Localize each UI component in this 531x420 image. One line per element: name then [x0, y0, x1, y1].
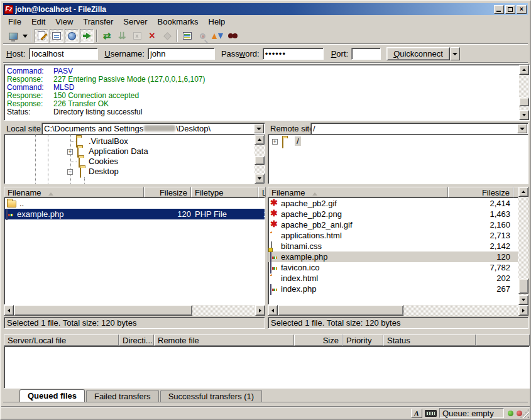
collapse-minus-icon[interactable]: −: [67, 169, 73, 175]
folder-icon: [7, 201, 16, 207]
host-input[interactable]: [29, 48, 98, 60]
disconnect-icon[interactable]: ×: [145, 29, 159, 43]
local-site-label: Local site:: [6, 123, 43, 134]
filter-icon[interactable]: [180, 29, 194, 43]
scroll-thumb[interactable]: [14, 305, 192, 316]
close-button[interactable]: ×: [517, 5, 527, 14]
remote-tree: + /: [268, 134, 528, 184]
list-item-selected[interactable]: example.php 120: [268, 251, 518, 262]
local-column-filetype[interactable]: Filetype: [191, 187, 258, 197]
port-input[interactable]: [351, 48, 381, 60]
remote-column-filesize[interactable]: Filesize: [448, 187, 513, 197]
expand-plus-icon[interactable]: +: [67, 149, 73, 155]
transfer-queue-list[interactable]: [4, 346, 530, 389]
list-item[interactable]: index.php 267: [268, 284, 518, 294]
queue-column-status[interactable]: Status: [383, 334, 476, 346]
password-input[interactable]: [263, 48, 324, 60]
log-scrollbar[interactable]: [519, 65, 529, 120]
queue-column-server-local-file[interactable]: Server/Local file: [4, 334, 119, 346]
toggle-remote-tree-icon[interactable]: [65, 29, 79, 43]
list-item[interactable]: ✱ apache_pb2_ani.gif 2,160: [268, 219, 518, 230]
scroll-right-icon[interactable]: [518, 305, 528, 316]
synchronized-browsing-icon[interactable]: [211, 29, 224, 43]
tree-item-cookies[interactable]: Cookies: [89, 157, 118, 166]
scroll-up-icon[interactable]: [519, 65, 529, 75]
tree-item-application-data[interactable]: Application Data: [89, 146, 148, 156]
menu-server[interactable]: Server: [118, 16, 152, 28]
remote-site-dropdown-icon[interactable]: [517, 124, 527, 133]
scroll-thumb[interactable]: [519, 97, 529, 106]
quickconnect-button[interactable]: Quickconnect: [386, 47, 450, 60]
local-column-filesize[interactable]: Filesize: [144, 187, 191, 197]
cancel-icon[interactable]: x: [130, 29, 144, 43]
title-bar[interactable]: Fz john@localhost - FileZilla ×: [3, 3, 528, 15]
scroll-left-icon[interactable]: [4, 305, 14, 316]
ascii-datatype-icon[interactable]: A: [411, 409, 422, 418]
list-item[interactable]: bitnami.css 2,142: [268, 241, 518, 251]
scroll-right-icon[interactable]: [255, 305, 265, 316]
process-queue-icon[interactable]: ⇊: [115, 29, 129, 43]
site-manager-dropdown-icon[interactable]: [21, 29, 29, 43]
compare-icon[interactable]: [195, 29, 209, 43]
scroll-down-icon[interactable]: [255, 174, 265, 184]
tree-item-root[interactable]: /: [295, 136, 301, 146]
filezilla-window: Fz john@localhost - FileZilla × File Edi…: [0, 0, 531, 420]
tree-item-virtualbox[interactable]: .VirtualBox: [89, 136, 128, 146]
tab-failed-transfers[interactable]: Failed transfers: [86, 390, 159, 402]
list-item[interactable]: index.html 202: [268, 273, 518, 284]
minimize-button[interactable]: [494, 5, 504, 14]
local-tree-scrollbar[interactable]: [255, 135, 265, 184]
scroll-left-icon[interactable]: [268, 305, 278, 316]
secure-connection-led-icon: [508, 411, 513, 416]
queue-column-size[interactable]: Size: [294, 334, 342, 346]
toggle-local-tree-icon[interactable]: [50, 29, 63, 43]
scroll-thumb[interactable]: [278, 305, 403, 316]
site-manager-icon[interactable]: [6, 29, 20, 43]
menu-help[interactable]: Help: [204, 16, 231, 28]
list-item[interactable]: ✱ apache_pb2.png 1,463: [268, 209, 518, 219]
local-column-lastmodified[interactable]: L: [258, 187, 266, 197]
expand-plus-icon[interactable]: +: [272, 139, 278, 145]
local-hscrollbar[interactable]: [4, 305, 265, 316]
tab-queued-files[interactable]: Queued files: [19, 389, 85, 402]
maximize-button[interactable]: [505, 5, 515, 14]
message-log: Command:PASV Response:227 Entering Passi…: [4, 64, 530, 121]
scroll-thumb[interactable]: [255, 156, 265, 165]
toggle-log-icon[interactable]: [35, 29, 48, 43]
quickconnect-dropdown-icon[interactable]: [451, 47, 460, 60]
queue-column-remote-file[interactable]: Remote file: [154, 334, 294, 346]
local-site-dropdown-icon[interactable]: [254, 124, 264, 133]
menu-bookmarks[interactable]: Bookmarks: [153, 16, 204, 28]
scroll-down-icon[interactable]: [518, 295, 528, 305]
refresh-icon[interactable]: ⇄: [100, 29, 114, 43]
queue-column-direction[interactable]: Directi...: [119, 334, 154, 346]
list-item[interactable]: favicon.ico 7,782: [268, 262, 518, 273]
menu-edit[interactable]: Edit: [26, 16, 50, 28]
toggle-queue-icon[interactable]: [80, 29, 94, 43]
reconnect-icon[interactable]: [160, 29, 174, 43]
scroll-down-icon[interactable]: [519, 110, 529, 120]
menu-file[interactable]: File: [3, 16, 26, 28]
tab-successful-transfers[interactable]: Successful transfers (1): [160, 390, 263, 402]
local-column-filename[interactable]: Filename: [4, 187, 144, 197]
speed-limit-icon[interactable]: [425, 410, 437, 417]
local-site-combo[interactable]: C:\Documents and Settings\Desktop\: [41, 123, 265, 135]
scroll-up-icon[interactable]: [518, 187, 528, 197]
queue-column-priority[interactable]: Priority: [342, 334, 383, 346]
remote-list-scrollbar[interactable]: [518, 187, 528, 305]
menu-transfer[interactable]: Transfer: [78, 16, 118, 28]
remote-hscrollbar[interactable]: [268, 305, 528, 316]
scroll-thumb[interactable]: [518, 279, 528, 294]
find-icon[interactable]: [226, 29, 239, 43]
scroll-up-icon[interactable]: [255, 135, 265, 145]
remote-site-combo[interactable]: /: [310, 123, 528, 135]
list-item[interactable]: applications.html 2,713: [268, 230, 518, 241]
tree-item-desktop[interactable]: Desktop: [89, 167, 119, 176]
menu-view[interactable]: View: [50, 16, 78, 28]
list-item-updir[interactable]: ..: [4, 198, 265, 209]
username-input[interactable]: [148, 48, 215, 60]
remote-column-filename[interactable]: Filename: [268, 187, 448, 197]
status-bar: A Queue: empty: [1, 407, 530, 419]
list-item-example-php[interactable]: example.php 120 PHP File 1: [4, 209, 265, 219]
list-item[interactable]: ✱ apache_pb2.gif 2,414: [268, 198, 518, 209]
